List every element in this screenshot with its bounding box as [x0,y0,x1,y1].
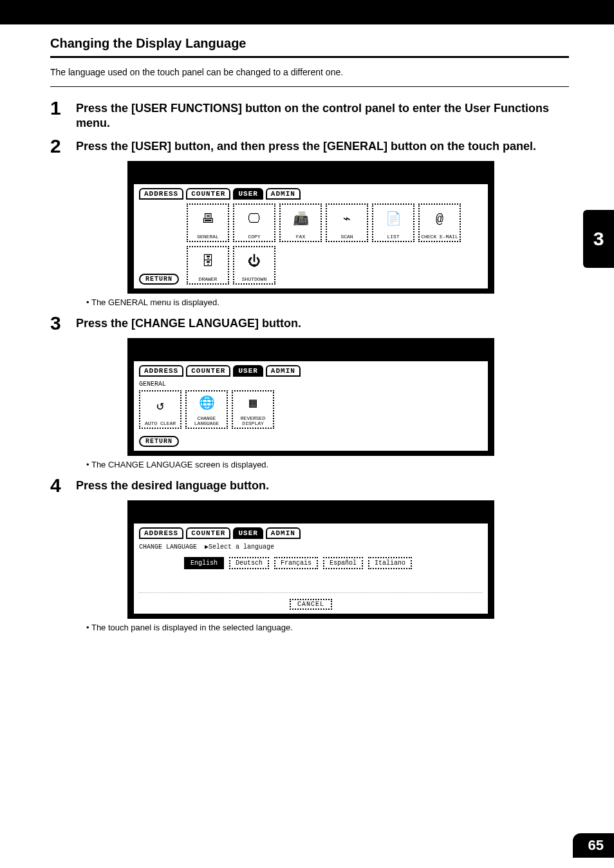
intro-text: The language used on the touch panel can… [50,67,569,77]
drawer-button[interactable]: 🗄 DRAWER [187,246,229,285]
tab-address[interactable]: ADDRESS [139,188,183,200]
tab-address[interactable]: ADDRESS [139,365,183,377]
top-black-bar [0,0,614,24]
email-icon: @ [436,205,443,234]
step-text: Press the [CHANGE LANGUAGE] button. [76,314,569,333]
screenshot-general-menu: ADDRESS COUNTER USER ADMIN GENERAL ↺ AUT… [127,338,569,456]
globe-icon: 🌐 [199,392,215,416]
tab-admin[interactable]: ADMIN [266,527,301,539]
icon-label: GENERAL [197,234,219,240]
tab-counter[interactable]: COUNTER [186,188,230,200]
list-button[interactable]: 📄 LIST [372,203,414,242]
auto-clear-icon: ↺ [156,392,164,421]
icon-label: LIST [387,234,399,240]
list-icon: 📄 [386,205,402,234]
breadcrumb-prompt: CHANGE LANGUAGE ▶Select a language [139,543,483,551]
note-general-menu: The GENERAL menu is displayed. [86,297,569,307]
icon-label: AUTO CLEAR [145,421,176,426]
copy-icon: 🖵 [248,205,261,234]
tab-counter[interactable]: COUNTER [186,365,230,377]
reversed-icon: ▦ [249,392,257,416]
step-number: 2 [50,137,76,156]
breadcrumb: CHANGE LANGUAGE [139,543,197,551]
lang-espanol[interactable]: Español [323,557,363,569]
page-content: Changing the Display Language The langua… [0,24,614,632]
page-number: 65 [573,833,614,858]
step-number: 1 [50,99,76,131]
fax-icon: 📠 [293,205,309,234]
icon-label: FAX [296,234,305,240]
icon-label: CHANGE LANGUAGE [194,416,219,426]
tab-row: ADDRESS COUNTER USER ADMIN [139,527,483,539]
icon-label: DRAWER [199,277,218,282]
tab-row: ADDRESS COUNTER USER ADMIN [139,188,483,200]
general-button[interactable]: 🖶 GENERAL [187,203,229,242]
check-email-button[interactable]: @ CHECK E-MAIL [418,203,461,242]
change-language-button[interactable]: 🌐 CHANGE LANGUAGE [185,390,228,429]
shutdown-icon: ⏻ [248,247,261,277]
note-change-language-screen: The CHANGE LANGUAGE screen is displayed. [86,460,569,469]
step-3: 3 Press the [CHANGE LANGUAGE] button. [50,314,569,333]
step-2: 2 Press the [USER] button, and then pres… [50,137,569,156]
tab-admin[interactable]: ADMIN [266,365,301,377]
lang-francais[interactable]: Français [274,557,318,569]
icon-label: SCAN [340,234,353,240]
step-text: Press the desired language button. [76,476,569,495]
icon-label: REVERSED DISPLAY [241,416,265,426]
lang-deutsch[interactable]: Deutsch [229,557,269,569]
lang-english[interactable]: English [184,557,224,569]
step-text: Press the [USER] button, and then press … [76,137,569,156]
tab-counter[interactable]: COUNTER [186,527,230,539]
icon-label: CHECK E-MAIL [421,234,458,240]
cancel-button[interactable]: CANCEL [290,599,332,610]
icon-label: SHUTDOWN [242,277,266,282]
fax-button[interactable]: 📠 FAX [279,203,322,242]
drawer-icon: 🗄 [201,247,214,277]
tab-user[interactable]: USER [233,365,263,377]
language-options: English Deutsch Français Español Italian… [184,557,483,569]
return-button[interactable]: RETURN [139,274,179,285]
step-4: 4 Press the desired language button. [50,476,569,495]
breadcrumb: GENERAL [139,381,483,388]
general-icon: 🖶 [201,205,214,234]
tab-user[interactable]: USER [233,188,263,200]
divider-thick [50,56,569,58]
reversed-display-button[interactable]: ▦ REVERSED DISPLAY [232,390,274,429]
screenshot-user-menu: ADDRESS COUNTER USER ADMIN 🖶 GENERAL 🖵 C… [127,161,569,294]
copy-button[interactable]: 🖵 COPY [233,203,275,242]
divider-thin [50,86,569,87]
step-number: 4 [50,476,76,495]
shutdown-button[interactable]: ⏻ SHUTDOWN [233,246,275,285]
tab-row: ADDRESS COUNTER USER ADMIN [139,365,483,377]
chapter-tab: 3 [583,210,614,268]
scan-icon: ⌁ [343,205,351,234]
step-1: 1 Press the [USER FUNCTIONS] button on t… [50,99,569,131]
return-button[interactable]: RETURN [139,436,179,447]
auto-clear-button[interactable]: ↺ AUTO CLEAR [139,390,181,429]
screenshot-language-select: ADDRESS COUNTER USER ADMIN CHANGE LANGUA… [127,500,569,619]
prompt-text: ▶Select a language [205,543,274,551]
section-title: Changing the Display Language [50,36,569,51]
note-selected-language: The touch panel is displayed in the sele… [86,623,569,632]
tab-admin[interactable]: ADMIN [266,188,301,200]
scan-button[interactable]: ⌁ SCAN [326,203,368,242]
tab-user[interactable]: USER [233,527,263,539]
step-text: Press the [USER FUNCTIONS] button on the… [76,99,569,131]
tab-address[interactable]: ADDRESS [139,527,183,539]
icon-label: COPY [248,234,260,240]
lang-italiano[interactable]: Italiano [368,557,412,569]
step-number: 3 [50,314,76,333]
